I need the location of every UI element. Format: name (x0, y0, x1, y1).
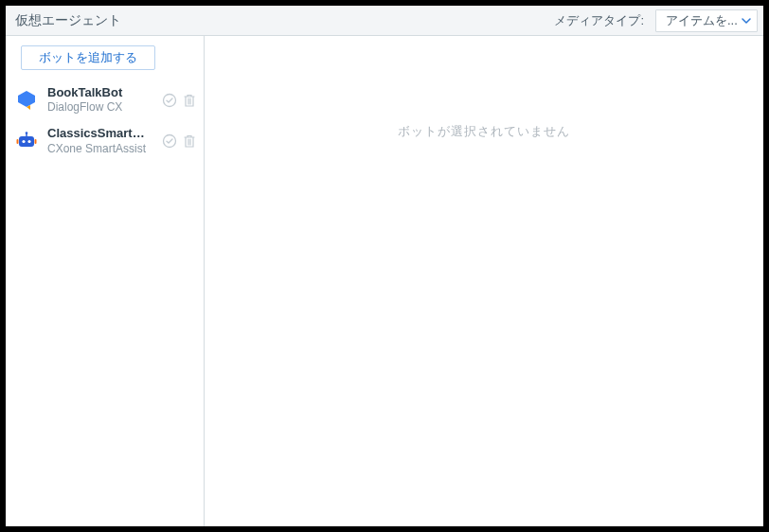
row-actions (162, 93, 196, 108)
list-item-subtitle: CXone SmartAssist (47, 142, 152, 156)
svg-point-2 (164, 94, 176, 106)
svg-rect-8 (17, 139, 19, 144)
main-panel: ボットが選択されていません (205, 36, 763, 526)
media-type-dropdown[interactable]: アイテムを... (655, 9, 758, 32)
empty-state-message: ボットが選択されていません (398, 123, 570, 140)
list-item-text: BookTalkBot DialogFlow CX (47, 85, 152, 115)
chevron-down-icon (742, 18, 751, 24)
list-item-text: ClassicsSmartSupport CXone SmartAssist (47, 126, 152, 155)
svg-point-10 (164, 134, 176, 147)
check-icon[interactable] (162, 93, 177, 108)
list-item-title: ClassicsSmartSupport (47, 126, 152, 141)
body: ボットを追加する BookTalkBot DialogFlow CX (6, 36, 763, 526)
check-icon[interactable] (162, 133, 177, 149)
svg-rect-9 (35, 139, 37, 144)
trash-icon[interactable] (183, 93, 196, 108)
row-actions (162, 133, 196, 149)
media-type-label: メディアタイプ: (554, 12, 644, 29)
sidebar: ボットを追加する BookTalkBot DialogFlow CX (6, 36, 205, 526)
smartassist-icon (15, 130, 38, 152)
page-title: 仮想エージェント (15, 12, 546, 29)
app-window: 仮想エージェント メディアタイプ: アイテムを... ボットを追加する (3, 3, 766, 529)
dropdown-selected-text: アイテムを... (666, 12, 738, 29)
add-bot-button[interactable]: ボットを追加する (21, 45, 155, 70)
top-bar: 仮想エージェント メディアタイプ: アイテムを... (6, 6, 763, 36)
add-button-row: ボットを追加する (6, 36, 204, 80)
svg-rect-3 (19, 136, 34, 147)
svg-point-5 (27, 140, 30, 143)
svg-point-4 (22, 140, 25, 143)
dialogflow-icon (15, 89, 38, 112)
list-item[interactable]: BookTalkBot DialogFlow CX (6, 80, 204, 120)
svg-marker-0 (18, 91, 35, 107)
list-item-title: BookTalkBot (47, 85, 152, 100)
svg-point-7 (26, 132, 28, 134)
bot-list: BookTalkBot DialogFlow CX (6, 80, 204, 162)
list-item-subtitle: DialogFlow CX (47, 100, 152, 115)
list-item[interactable]: ClassicsSmartSupport CXone SmartAssist (6, 120, 204, 161)
trash-icon[interactable] (183, 133, 196, 149)
